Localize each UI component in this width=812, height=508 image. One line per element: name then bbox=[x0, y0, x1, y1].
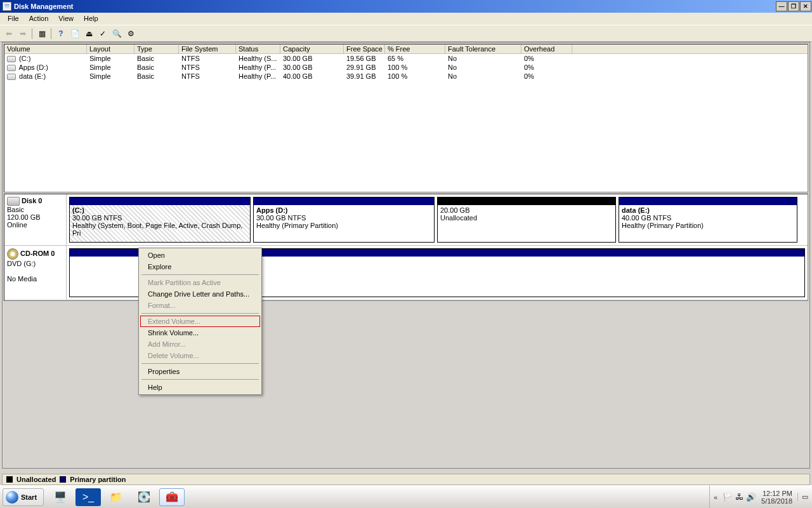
partition-appsd[interactable]: Apps (D:)30.00 GB NTFSHealthy (Primary P… bbox=[253, 197, 435, 243]
forward-button[interactable]: ➡ bbox=[16, 27, 29, 40]
col-header[interactable]: Layout bbox=[87, 44, 134, 53]
menu-view[interactable]: View bbox=[53, 13, 79, 25]
partition-unallocated[interactable]: 20.00 GBUnallocated bbox=[437, 197, 616, 243]
separator bbox=[32, 28, 33, 39]
ctx-change-drive-letter[interactable]: Change Drive Letter and Paths... bbox=[140, 288, 260, 300]
ctx-delete-volume: Delete Volume... bbox=[140, 350, 260, 361]
taskbar-explorer[interactable]: 📁 bbox=[103, 488, 129, 506]
menu-file[interactable]: File bbox=[3, 13, 24, 25]
col-header[interactable]: Free Space bbox=[344, 44, 385, 53]
clock[interactable]: 12:12 PM5/18/2018 bbox=[761, 490, 792, 505]
volume-row[interactable]: (C:)SimpleBasicNTFSHealthy (S...30.00 GB… bbox=[4, 54, 808, 63]
show-desktop[interactable]: ▭ bbox=[797, 493, 808, 501]
separator bbox=[51, 28, 52, 39]
disk-size: 120.00 GB bbox=[7, 213, 41, 221]
search-button[interactable]: 🔍 bbox=[110, 27, 123, 40]
ctx-explore[interactable]: Explore bbox=[140, 261, 260, 272]
close-button[interactable]: ✕ bbox=[800, 1, 811, 11]
disk-name: Disk 0 bbox=[22, 197, 42, 204]
col-header[interactable]: Status bbox=[236, 44, 280, 53]
graphical-view: Disk 0 Basic 120.00 GB Online (C:)30.00 … bbox=[4, 194, 808, 301]
legend-swatch-primary bbox=[60, 476, 66, 483]
help-button[interactable]: ? bbox=[55, 27, 67, 40]
eject-button[interactable]: ⏏ bbox=[82, 27, 95, 40]
start-orb-icon bbox=[6, 491, 18, 504]
cdrom-state: No Media bbox=[7, 275, 37, 283]
disk-0-header[interactable]: Disk 0 Basic 120.00 GB Online bbox=[4, 194, 67, 245]
menu-help[interactable]: Help bbox=[79, 13, 103, 25]
ctx-format: Format... bbox=[140, 300, 260, 311]
ctx-properties[interactable]: Properties bbox=[140, 366, 260, 377]
network-icon[interactable]: 🖧 bbox=[735, 492, 743, 502]
col-header[interactable]: Capacity bbox=[280, 44, 344, 53]
disk-icon bbox=[7, 197, 20, 206]
taskbar-server-manager[interactable]: 🖥️ bbox=[48, 488, 73, 506]
volume-list[interactable]: VolumeLayoutTypeFile SystemStatusCapacit… bbox=[4, 44, 808, 192]
taskbar-powershell[interactable]: >_ bbox=[75, 488, 101, 506]
cdrom-dev: DVD (G:) bbox=[7, 260, 36, 267]
ctx-help[interactable]: Help bbox=[140, 382, 260, 393]
volume-row[interactable]: data (E:)SimpleBasicNTFSHealthy (P...40.… bbox=[4, 72, 808, 81]
col-header[interactable]: File System bbox=[179, 44, 236, 53]
taskbar: Start 🖥️ >_ 📁 💽 🧰 « 🏳️ 🖧 🔊 12:12 PM5/18/… bbox=[0, 485, 812, 508]
col-header[interactable]: Type bbox=[134, 44, 179, 53]
partition-c[interactable]: (C:)30.00 GB NTFSHealthy (System, Boot, … bbox=[69, 197, 251, 243]
legend-swatch-unallocated bbox=[6, 476, 13, 483]
col-header[interactable]: Volume bbox=[4, 44, 87, 53]
toolbar: ⬅ ➡ ▦ ? 📄 ⏏ ✓ 🔍 ⚙ bbox=[0, 25, 812, 42]
refresh-button[interactable]: 📄 bbox=[69, 27, 81, 40]
volume-row[interactable]: Apps (D:)SimpleBasicNTFSHealthy (P...30.… bbox=[4, 63, 808, 72]
cdrom-name: CD-ROM 0 bbox=[20, 250, 55, 257]
legend-label-unallocated: Unallocated bbox=[16, 476, 56, 483]
settings-button[interactable]: ⚙ bbox=[124, 27, 137, 40]
content-area: VolumeLayoutTypeFile SystemStatusCapacit… bbox=[2, 42, 810, 469]
col-header[interactable]: Overhead bbox=[521, 44, 572, 53]
maximize-button[interactable]: ❐ bbox=[788, 1, 799, 11]
ctx-add-mirror: Add Mirror... bbox=[140, 338, 260, 350]
ctx-extend-volume: Extend Volume... bbox=[140, 316, 260, 327]
cdrom-0-header[interactable]: CD-ROM 0 DVD (G:) No Media bbox=[4, 246, 67, 300]
back-button[interactable]: ⬅ bbox=[3, 27, 15, 40]
ctx-open[interactable]: Open bbox=[140, 250, 260, 261]
disk-type: Basic bbox=[7, 206, 24, 213]
view-button[interactable]: ▦ bbox=[36, 27, 48, 40]
flag-icon[interactable]: 🏳️ bbox=[723, 492, 733, 502]
col-header[interactable]: Fault Tolerance bbox=[445, 44, 521, 53]
menubar: File Action View Help bbox=[0, 13, 812, 25]
legend-label-primary: Primary partition bbox=[70, 476, 126, 483]
app-icon bbox=[3, 2, 11, 11]
menu-action[interactable]: Action bbox=[24, 13, 54, 25]
window-title: Disk Management bbox=[14, 3, 74, 10]
taskbar-disk-management[interactable]: 💽 bbox=[131, 488, 157, 506]
minimize-button[interactable]: — bbox=[776, 1, 787, 11]
cdrom-icon bbox=[7, 248, 18, 260]
context-menu: Open Explore Mark Partition as Active Ch… bbox=[138, 248, 262, 395]
disk-state: Online bbox=[7, 221, 27, 229]
tray-expand-icon[interactable]: « bbox=[714, 493, 717, 501]
volume-icon[interactable]: 🔊 bbox=[746, 492, 756, 502]
system-tray[interactable]: « 🏳️ 🖧 🔊 12:12 PM5/18/2018 ▭ bbox=[709, 486, 812, 508]
col-header[interactable]: % Free bbox=[385, 44, 445, 53]
properties-button[interactable]: ✓ bbox=[96, 27, 109, 40]
start-button[interactable]: Start bbox=[3, 488, 44, 506]
taskbar-toolbox[interactable]: 🧰 bbox=[159, 488, 185, 506]
partition-datae[interactable]: data (E:)40.00 GB NTFSHealthy (Primary P… bbox=[619, 197, 797, 243]
titlebar: Disk Management — ❐ ✕ bbox=[0, 0, 812, 13]
legend: Unallocated Primary partition bbox=[2, 474, 810, 485]
ctx-shrink-volume[interactable]: Shrink Volume... bbox=[140, 327, 260, 338]
ctx-mark-active: Mark Partition as Active bbox=[140, 277, 260, 288]
